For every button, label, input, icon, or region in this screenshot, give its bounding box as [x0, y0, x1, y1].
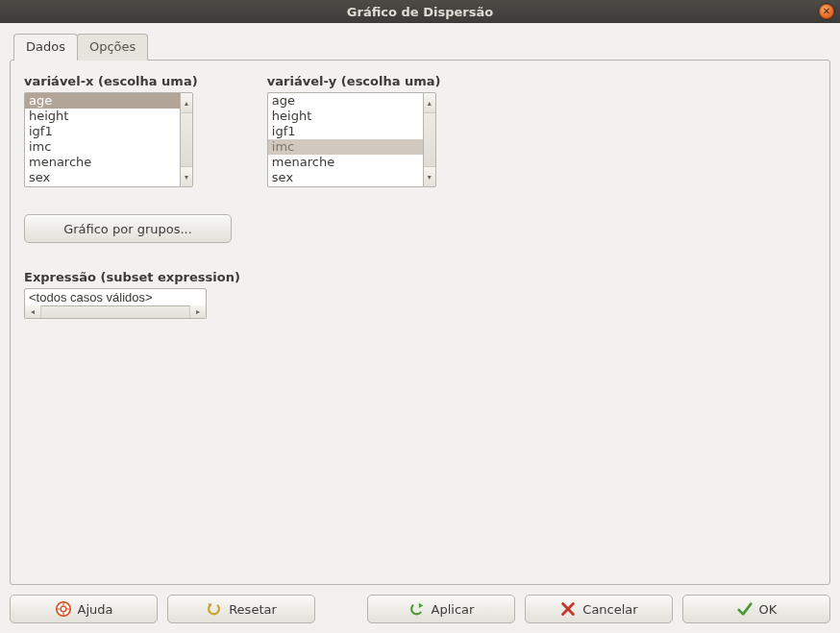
help-label: Ajuda: [78, 602, 113, 617]
scroll-up-icon[interactable]: ▴: [424, 93, 435, 113]
y-variable-listbox-wrapper: ageheightigf1imcmenarchesex ▴ ▾: [267, 92, 436, 187]
list-item[interactable]: height: [25, 109, 180, 124]
scroll-down-icon[interactable]: ▾: [424, 166, 435, 186]
list-item[interactable]: igf1: [268, 124, 423, 139]
plot-by-groups-label: Gráfico por grupos...: [63, 222, 192, 236]
window-title: Gráfico de Dispersão: [0, 5, 840, 19]
tab-data[interactable]: Dados: [13, 34, 78, 61]
x-variable-label: variável-x (escolha uma): [24, 74, 240, 88]
subset-expression-hscroll[interactable]: ◂ ▸: [24, 305, 207, 319]
scroll-right-icon[interactable]: ▸: [189, 305, 206, 318]
scroll-up-icon[interactable]: ▴: [181, 93, 192, 113]
cancel-label: Cancelar: [582, 602, 637, 617]
window-close-button[interactable]: ✕: [819, 4, 834, 19]
reset-button[interactable]: Resetar: [167, 595, 315, 623]
scroll-track[interactable]: [181, 113, 192, 166]
titlebar: Gráfico de Dispersão ✕: [0, 0, 840, 23]
ok-button[interactable]: OK: [682, 595, 830, 623]
y-variable-listbox[interactable]: ageheightigf1imcmenarchesex: [267, 92, 423, 187]
x-variable-listbox[interactable]: ageheightigf1imcmenarchesex: [24, 92, 180, 187]
apply-button[interactable]: Aplicar: [367, 595, 515, 623]
dialog-body: Dados Opções variável-x (escolha uma) ag…: [0, 23, 840, 633]
plot-by-groups-button[interactable]: Gráfico por grupos...: [24, 214, 232, 243]
check-icon: [736, 600, 754, 618]
list-item[interactable]: imc: [25, 139, 180, 155]
subset-expression-input[interactable]: [24, 288, 207, 306]
scroll-down-icon[interactable]: ▾: [181, 166, 192, 186]
undo-icon: [206, 600, 223, 618]
list-item[interactable]: menarche: [268, 155, 423, 170]
apply-label: Aplicar: [432, 602, 475, 617]
tab-page-data: variável-x (escolha uma) ageheightigf1im…: [10, 60, 830, 585]
help-button[interactable]: Ajuda: [10, 595, 158, 623]
list-item[interactable]: age: [25, 93, 180, 109]
scroll-left-icon[interactable]: ◂: [25, 305, 41, 318]
tab-row: Dados Opções: [10, 33, 830, 60]
list-item[interactable]: menarche: [25, 155, 180, 170]
ok-label: OK: [759, 602, 778, 617]
list-item[interactable]: sex: [25, 170, 180, 185]
y-variable-column: variável-y (escolha uma) ageheightigf1im…: [267, 74, 441, 319]
list-item[interactable]: imc: [268, 139, 423, 155]
list-item[interactable]: height: [268, 109, 423, 124]
x-variable-column: variável-x (escolha uma) ageheightigf1im…: [24, 74, 240, 319]
y-variable-label: variável-y (escolha uma): [267, 74, 441, 88]
hscroll-track[interactable]: [41, 305, 189, 318]
forward-icon: [408, 600, 426, 618]
variable-columns: variável-x (escolha uma) ageheightigf1im…: [24, 74, 816, 319]
list-item[interactable]: sex: [268, 170, 423, 185]
cancel-icon: [559, 600, 577, 618]
y-variable-scrollbar[interactable]: ▴ ▾: [423, 92, 436, 187]
dialog-button-row: Ajuda Resetar Aplicar: [10, 595, 830, 623]
x-variable-scrollbar[interactable]: ▴ ▾: [180, 92, 193, 187]
subset-expression-label: Expressão (subset expression): [24, 270, 240, 284]
x-variable-listbox-wrapper: ageheightigf1imcmenarchesex ▴ ▾: [24, 92, 193, 187]
svg-point-1: [61, 606, 66, 612]
notebook: Dados Opções variável-x (escolha uma) ag…: [10, 33, 830, 585]
list-item[interactable]: age: [268, 93, 423, 109]
help-icon: [55, 600, 72, 618]
list-item[interactable]: igf1: [25, 124, 180, 139]
close-icon: ✕: [823, 7, 830, 16]
cancel-button[interactable]: Cancelar: [525, 595, 673, 623]
scroll-track[interactable]: [424, 113, 435, 166]
tab-options[interactable]: Opções: [77, 34, 148, 61]
reset-label: Resetar: [229, 602, 277, 617]
